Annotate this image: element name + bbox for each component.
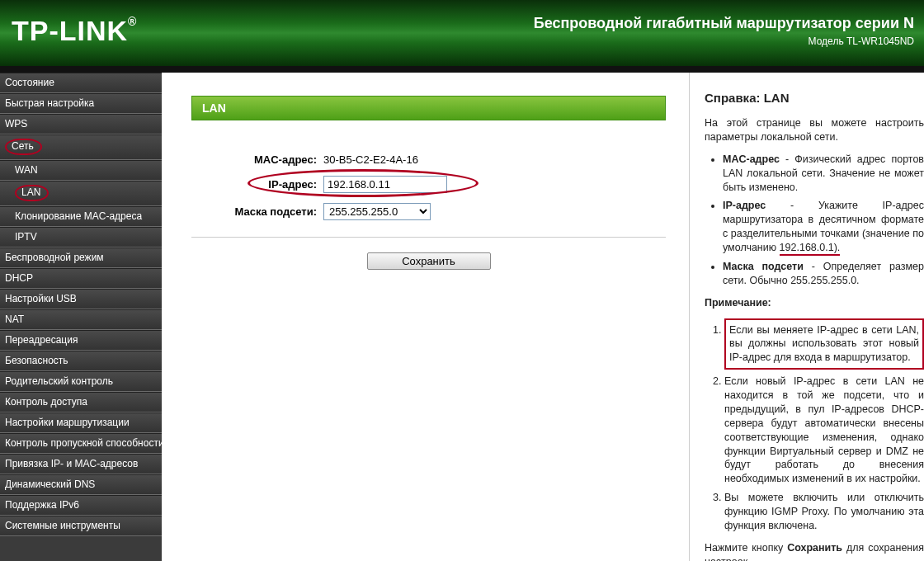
form-divider <box>191 237 666 238</box>
nav-item-12[interactable]: Переадресация <box>0 330 162 351</box>
nav-item-20[interactable]: Поддержка IPv6 <box>0 495 162 516</box>
nav-item-7[interactable]: IPTV <box>0 227 162 248</box>
lan-form: MAC-адрес: 30-B5-C2-E2-4A-16 IP-адрес: М… <box>191 153 666 220</box>
help-note-2: Если новый IP-адрес в сети LAN не находи… <box>724 375 924 486</box>
help-note-3: Вы можете включить или отключить функцию… <box>724 491 924 533</box>
help-save: Нажмите кнопку Сохранить для сохранения … <box>705 541 924 561</box>
nav-item-6[interactable]: Клонирование MAC-адреса <box>0 206 162 227</box>
help-mask: Маска подсети - Определяет размер сети. … <box>723 260 924 288</box>
help-notes-label: Примечание: <box>705 296 924 310</box>
router-title: Беспроводной гигабитный маршрутизатор се… <box>534 15 914 32</box>
mac-label: MAC-адрес: <box>191 153 323 166</box>
nav-item-9[interactable]: DHCP <box>0 268 162 289</box>
nav-item-2[interactable]: WPS <box>0 114 162 134</box>
brand-text: TP-LINK <box>12 15 128 46</box>
nav-item-16[interactable]: Настройки маршрутизации <box>0 412 162 433</box>
ip-label: IP-адрес: <box>191 178 323 191</box>
mac-value: 30-B5-C2-E2-4A-16 <box>323 153 418 166</box>
page-title: LAN <box>191 96 666 120</box>
nav-item-15[interactable]: Контроль доступа <box>0 392 162 412</box>
nav-item-4[interactable]: WAN <box>0 160 162 181</box>
nav-item-21[interactable]: Системные инструменты <box>0 516 162 536</box>
help-intro: На этой странице вы можете настроить пар… <box>705 116 924 144</box>
nav-item-3[interactable]: Сеть <box>0 134 162 160</box>
help-panel: Справка: LAN На этой странице вы можете … <box>690 73 924 561</box>
nav-item-0[interactable]: Состояние <box>0 73 162 93</box>
nav-item-10[interactable]: Настройки USB <box>0 289 162 309</box>
ip-input[interactable] <box>323 176 447 193</box>
nav-item-18[interactable]: Привязка IP- и MAC-адресов <box>0 454 162 474</box>
nav-item-8[interactable]: Беспроводной режим <box>0 248 162 268</box>
mask-label: Маска подсети: <box>191 205 323 218</box>
sidebar: СостояниеБыстрая настройкаWPSСетьWANLANК… <box>0 73 162 561</box>
help-mac: MAC-адрес - Физический адрес портов LAN … <box>723 153 924 195</box>
nav-item-11[interactable]: NAT <box>0 309 162 330</box>
help-title: Справка: LAN <box>705 91 924 105</box>
header-divider <box>0 66 924 73</box>
nav-item-17[interactable]: Контроль пропускной способности <box>0 433 162 454</box>
registered-icon: ® <box>128 15 137 28</box>
nav-item-14[interactable]: Родительский контроль <box>0 371 162 392</box>
nav-item-1[interactable]: Быстрая настройка <box>0 93 162 114</box>
nav-item-19[interactable]: Динамический DNS <box>0 474 162 495</box>
mask-select[interactable]: 255.255.255.0 <box>323 203 431 220</box>
help-ip: IP-адрес - Укажите IP-адрес маршрутизато… <box>723 199 924 255</box>
nav-item-13[interactable]: Безопасность <box>0 351 162 371</box>
nav-item-5[interactable]: LAN <box>0 181 162 206</box>
header: TP-LINK® Беспроводной гигабитный маршрут… <box>0 0 924 66</box>
help-note-1: Если вы меняете IP-адрес в сети LAN, вы … <box>724 318 924 370</box>
main-panel: LAN MAC-адрес: 30-B5-C2-E2-4A-16 IP-адре… <box>162 73 690 561</box>
header-right: Беспроводной гигабитный маршрутизатор се… <box>534 15 914 47</box>
router-model: Модель TL-WR1045ND <box>534 35 914 47</box>
save-button[interactable]: Сохранить <box>367 252 491 270</box>
